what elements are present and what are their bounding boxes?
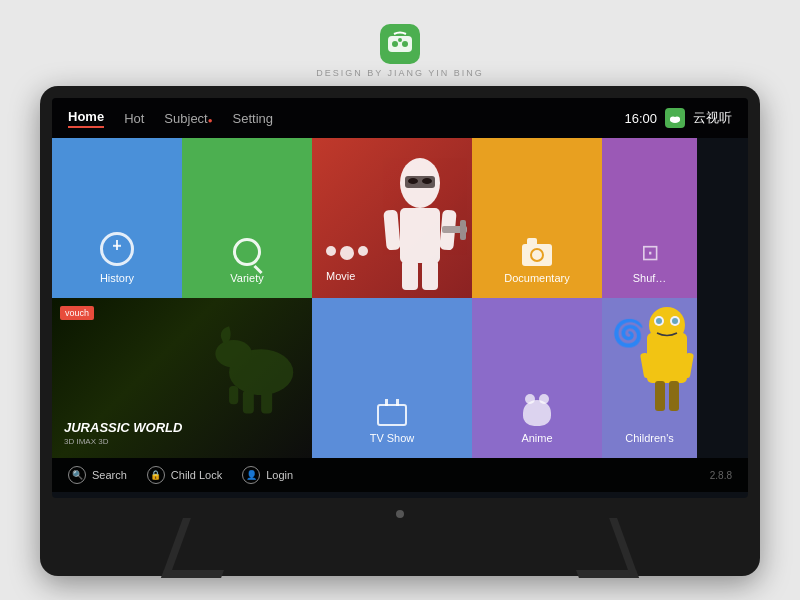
tile-jurassic[interactable]: JURASSIC WORLD 3D IMAX 3D vouch xyxy=(52,298,312,458)
nav-right: 16:00 云视听 xyxy=(624,108,732,128)
search-icon: 🔍 xyxy=(68,466,86,484)
tile-movie-label: Movie xyxy=(326,270,355,282)
svg-point-30 xyxy=(672,318,678,324)
tile-variety[interactable]: Variety xyxy=(182,138,312,298)
jurassic-title: JURASSIC WORLD xyxy=(64,420,182,435)
anime-bear-icon xyxy=(523,400,551,426)
tile-children-label: Children's xyxy=(625,432,674,444)
nav-time: 16:00 xyxy=(624,111,657,126)
childlock-label: Child Lock xyxy=(171,469,222,481)
svg-rect-15 xyxy=(460,220,466,240)
tile-shuffle-label: Shuf… xyxy=(633,272,667,284)
film-dot-center xyxy=(340,246,354,260)
film-dot-2 xyxy=(358,246,368,256)
brand-logo xyxy=(380,24,420,64)
film-dot-1 xyxy=(326,246,336,256)
svg-rect-17 xyxy=(422,260,438,290)
login-icon: 👤 xyxy=(242,466,260,484)
nav-hot[interactable]: Hot xyxy=(124,111,144,126)
tile-history-label: History xyxy=(100,272,134,284)
svg-rect-31 xyxy=(655,381,665,411)
subject-dot: ● xyxy=(208,116,213,125)
bottom-actions: 🔍 Search 🔒 Child Lock 👤 Login xyxy=(68,466,293,484)
svg-rect-16 xyxy=(402,260,418,290)
search-label: Search xyxy=(92,469,127,481)
svg-point-3 xyxy=(398,38,402,42)
tile-movie[interactable]: Movie xyxy=(312,138,472,298)
tile-shuffle[interactable]: ⊡ Shuf… xyxy=(602,138,697,298)
tile-tvshow-label: TV Show xyxy=(370,432,415,444)
tv-frame: Home Hot Subject● Setting 16:00 云视听 xyxy=(40,86,760,576)
tv-screen: Home Hot Subject● Setting 16:00 云视听 xyxy=(52,98,748,498)
tv-stand-right xyxy=(557,518,639,578)
nav-left: Home Hot Subject● Setting xyxy=(68,109,273,128)
tile-children[interactable]: 🌀 Children's xyxy=(602,298,697,458)
jurassic-text-area: JURASSIC WORLD 3D IMAX 3D xyxy=(64,420,182,446)
svg-point-19 xyxy=(215,340,252,368)
tvshow-tv-icon xyxy=(377,404,407,426)
jurassic-sublabel: 3D IMAX 3D xyxy=(64,437,182,446)
search-action[interactable]: 🔍 Search xyxy=(68,466,127,484)
documentary-camera-icon xyxy=(522,244,552,266)
svg-rect-32 xyxy=(669,381,679,411)
nav-subject[interactable]: Subject● xyxy=(164,111,212,126)
cloud-service-icon xyxy=(665,108,685,128)
power-indicator xyxy=(396,510,404,518)
cloud-service-label: 云视听 xyxy=(693,109,732,127)
tile-grid: History Variety xyxy=(52,138,748,458)
version-label: 2.8.8 xyxy=(710,470,732,481)
dino-silhouette xyxy=(202,308,302,418)
svg-rect-7 xyxy=(400,208,440,263)
svg-point-10 xyxy=(408,178,418,184)
tile-history[interactable]: History xyxy=(52,138,182,298)
tv-stand-left xyxy=(161,518,243,578)
movie-label-area: Movie xyxy=(326,246,368,284)
vouch-badge: vouch xyxy=(60,306,94,320)
tile-documentary[interactable]: Documentary xyxy=(472,138,602,298)
childlock-icon: 🔒 xyxy=(147,466,165,484)
tile-anime[interactable]: Anime xyxy=(472,298,602,458)
stormtrooper-figure xyxy=(368,138,472,298)
svg-point-11 xyxy=(422,178,432,184)
history-clock-icon xyxy=(100,232,134,266)
login-action[interactable]: 👤 Login xyxy=(242,466,293,484)
shuffle-icon: ⊡ xyxy=(641,240,659,266)
bottom-bar: 🔍 Search 🔒 Child Lock 👤 Login 2.8.8 xyxy=(52,458,748,492)
content-grid: History Variety xyxy=(52,138,748,458)
tile-tvshow[interactable]: TV Show xyxy=(312,298,472,458)
svg-rect-12 xyxy=(383,209,400,250)
nav-setting[interactable]: Setting xyxy=(233,111,273,126)
svg-point-29 xyxy=(656,318,662,324)
tile-variety-label: Variety xyxy=(230,272,263,284)
tv-bottom xyxy=(52,498,748,578)
svg-point-1 xyxy=(392,41,398,47)
nav-home[interactable]: Home xyxy=(68,109,104,128)
login-label: Login xyxy=(266,469,293,481)
brand-tagline: DESIGN BY JIANG YIN BING xyxy=(316,68,484,78)
brand-header: DESIGN BY JIANG YIN BING xyxy=(316,24,484,78)
childlock-action[interactable]: 🔒 Child Lock xyxy=(147,466,222,484)
navigation-bar: Home Hot Subject● Setting 16:00 云视听 xyxy=(52,98,748,138)
variety-magnify-icon xyxy=(233,238,261,266)
svg-rect-22 xyxy=(229,386,238,404)
svg-rect-21 xyxy=(261,391,272,414)
tile-anime-label: Anime xyxy=(521,432,552,444)
children-spiral-icon: 🌀 xyxy=(612,318,644,349)
movie-film-icon xyxy=(326,246,368,260)
tile-documentary-label: Documentary xyxy=(504,272,569,284)
svg-point-6 xyxy=(674,117,680,122)
svg-rect-20 xyxy=(243,391,254,414)
svg-point-26 xyxy=(649,307,685,343)
svg-point-2 xyxy=(402,41,408,47)
